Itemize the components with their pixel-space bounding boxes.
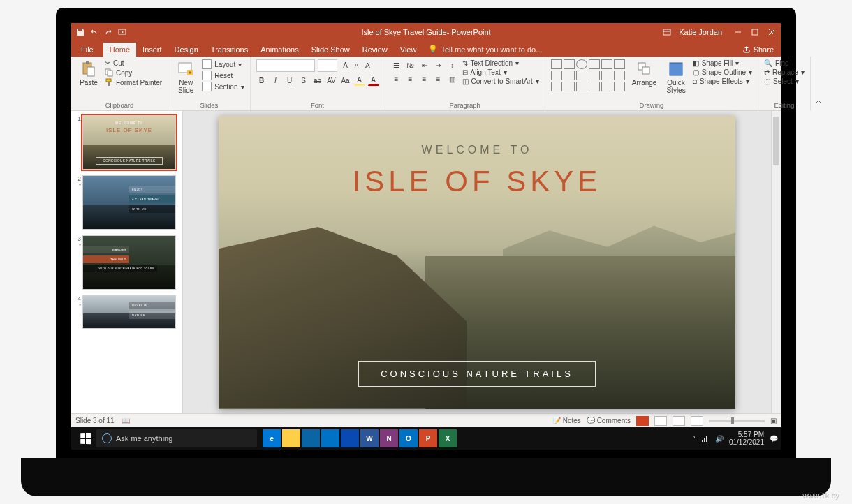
- slide-counter[interactable]: Slide 3 of 11: [75, 417, 115, 424]
- quick-styles-button[interactable]: Quick Styles: [663, 59, 688, 96]
- taskbar-app-edge[interactable]: e: [263, 429, 281, 447]
- underline-button[interactable]: U: [284, 75, 295, 86]
- align-center-button[interactable]: ≡: [405, 73, 416, 84]
- cut-button[interactable]: ✂Cut: [105, 59, 162, 67]
- taskbar-app-onedrive[interactable]: [341, 429, 359, 447]
- taskbar-app-excel[interactable]: X: [439, 429, 457, 447]
- tray-volume-icon[interactable]: 🔊: [715, 435, 724, 443]
- slideshow-view-button[interactable]: [691, 416, 703, 426]
- font-highlight-button[interactable]: A: [354, 75, 365, 86]
- slide-title[interactable]: ISLE OF SKYE: [219, 165, 735, 198]
- comments-button[interactable]: 💬 Comments: [587, 417, 631, 424]
- tab-slideshow[interactable]: Slide Show: [305, 43, 356, 57]
- maximize-icon[interactable]: [750, 27, 760, 37]
- save-icon[interactable]: [75, 27, 85, 37]
- minimize-icon[interactable]: [733, 27, 743, 37]
- decrease-font-icon[interactable]: A: [351, 60, 362, 71]
- strikethrough-button[interactable]: ab: [312, 75, 323, 86]
- bullets-button[interactable]: ☰: [391, 59, 402, 71]
- spellcheck-icon[interactable]: 📖: [122, 417, 130, 424]
- align-left-button[interactable]: ≡: [391, 73, 402, 84]
- bold-button[interactable]: B: [256, 75, 267, 86]
- align-text-button[interactable]: ⊟Align Text▾: [462, 68, 539, 76]
- tray-network-icon[interactable]: [701, 434, 710, 443]
- select-button[interactable]: ⬚Select▾: [764, 77, 805, 85]
- copy-button[interactable]: Copy: [105, 68, 162, 77]
- increase-font-icon[interactable]: A: [340, 60, 351, 71]
- line-spacing-button[interactable]: ↕: [447, 59, 458, 71]
- find-button[interactable]: 🔍Find: [764, 59, 805, 67]
- start-button[interactable]: [74, 427, 96, 450]
- decrease-indent-button[interactable]: ⇤: [419, 59, 430, 71]
- shape-effects-button[interactable]: ◘Shape Effects▾: [693, 77, 752, 85]
- notes-button[interactable]: 📝 Notes: [552, 417, 581, 424]
- convert-smartart-button[interactable]: ◫Convert to SmartArt▾: [462, 77, 539, 85]
- tab-home[interactable]: Home: [103, 43, 136, 57]
- current-slide[interactable]: WELCOME TO ISLE OF SKYE CONSCIOUS NATURE…: [219, 116, 735, 409]
- tab-review[interactable]: Review: [356, 43, 394, 57]
- slide-thumb-2[interactable]: ENJOY A CLEAN TRAVEL WITH US: [82, 175, 176, 230]
- columns-button[interactable]: ▥: [447, 73, 458, 84]
- taskbar-app-word[interactable]: W: [360, 429, 379, 447]
- font-name-combo[interactable]: [256, 59, 315, 72]
- taskbar-app-outlook[interactable]: O: [399, 429, 418, 447]
- normal-view-button[interactable]: [636, 416, 649, 426]
- clear-formatting-icon[interactable]: A̷: [362, 60, 374, 71]
- justify-button[interactable]: ≡: [433, 73, 444, 84]
- tab-view[interactable]: View: [394, 43, 423, 57]
- taskbar-app-onenote[interactable]: N: [380, 429, 398, 447]
- ribbon-display-options-icon[interactable]: [662, 27, 672, 37]
- redo-icon[interactable]: [103, 27, 113, 37]
- collapse-ribbon-button[interactable]: [811, 57, 826, 110]
- shadow-button[interactable]: S: [298, 75, 309, 86]
- shapes-gallery[interactable]: [551, 59, 625, 91]
- font-color-button[interactable]: A: [368, 75, 379, 86]
- increase-indent-button[interactable]: ⇥: [433, 59, 444, 71]
- taskbar-app-powerpoint[interactable]: P: [419, 429, 437, 447]
- tab-transitions[interactable]: Transitions: [205, 43, 254, 57]
- taskbar-app-mail[interactable]: [321, 429, 339, 447]
- tell-me[interactable]: 💡 Tell me what you want to do...: [423, 42, 548, 57]
- zoom-slider[interactable]: [709, 420, 765, 422]
- char-spacing-button[interactable]: AV: [326, 75, 337, 86]
- font-size-combo[interactable]: [318, 59, 337, 72]
- taskbar-app-file-explorer[interactable]: [282, 429, 300, 447]
- shape-outline-button[interactable]: ▢Shape Outline▾: [693, 68, 752, 76]
- scrollbar-handle[interactable]: [773, 117, 779, 165]
- slide-sorter-view-button[interactable]: [654, 416, 667, 426]
- shape-fill-button[interactable]: ◧Shape Fill▾: [693, 59, 752, 67]
- replace-button[interactable]: ⇄Replace▾: [764, 68, 805, 76]
- close-icon[interactable]: [767, 27, 777, 37]
- italic-button[interactable]: I: [270, 75, 281, 86]
- layout-button[interactable]: Layout▾: [202, 59, 244, 69]
- fit-to-window-button[interactable]: ▣: [770, 417, 777, 424]
- taskbar-app-store[interactable]: [302, 429, 320, 447]
- slide-thumb-4[interactable]: REVEL IN NATURE: [82, 295, 176, 329]
- section-button[interactable]: Section▾: [202, 82, 244, 91]
- taskbar-clock[interactable]: 5:57 PM 01/12/2021: [729, 431, 764, 446]
- slide-thumb-3[interactable]: WANDER THE WILD WITH OUR SUSTAINABLE ECO…: [82, 235, 176, 290]
- tab-insert[interactable]: Insert: [136, 43, 168, 57]
- numbering-button[interactable]: №: [405, 59, 416, 71]
- vertical-scrollbar[interactable]: [771, 111, 781, 413]
- slide-thumb-1[interactable]: WELCOME TO ISLE OF SKYE CONSCIOUS NATURE…: [82, 115, 176, 170]
- action-center-icon[interactable]: 💬: [770, 435, 778, 443]
- paste-button[interactable]: Paste: [77, 59, 101, 88]
- tab-animations[interactable]: Animations: [254, 43, 304, 57]
- align-right-button[interactable]: ≡: [419, 73, 430, 84]
- change-case-button[interactable]: Aa: [340, 75, 351, 86]
- slide-caption[interactable]: CONSCIOUS NATURE TRAILS: [358, 361, 596, 387]
- text-direction-button[interactable]: ⇅Text Direction▾: [462, 59, 539, 67]
- reset-button[interactable]: Reset: [202, 71, 244, 80]
- tab-design[interactable]: Design: [168, 43, 205, 57]
- slide-pretitle[interactable]: WELCOME TO: [219, 144, 735, 156]
- taskbar-search[interactable]: Ask me anything: [96, 429, 257, 447]
- start-from-beginning-icon[interactable]: [117, 27, 127, 37]
- tray-chevron-up-icon[interactable]: ˄: [692, 435, 696, 443]
- undo-icon[interactable]: [89, 27, 99, 37]
- arrange-button[interactable]: Arrange: [629, 59, 660, 88]
- user-name[interactable]: Katie Jordan: [679, 28, 722, 36]
- share-button[interactable]: Share: [735, 43, 781, 57]
- new-slide-button[interactable]: New Slide: [174, 59, 198, 96]
- reading-view-button[interactable]: [673, 416, 685, 426]
